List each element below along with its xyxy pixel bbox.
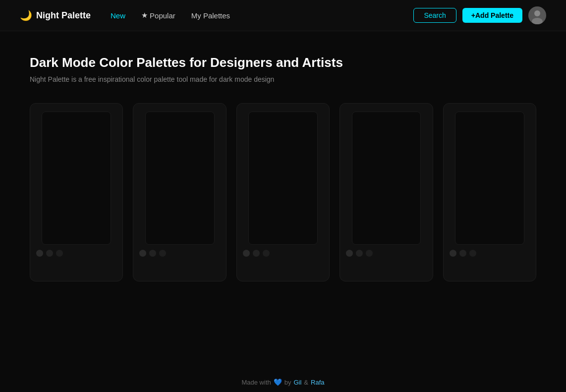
palette-card[interactable] bbox=[133, 103, 226, 281]
app-header: 🌙 Night Palette New ★ Popular My Palette… bbox=[0, 0, 566, 31]
page-footer: Made with 💙 by Gil & Rafa bbox=[0, 372, 566, 392]
color-swatch bbox=[356, 250, 363, 257]
color-swatch bbox=[139, 250, 146, 257]
palette-mockup bbox=[352, 112, 421, 245]
page-title: Dark Mode Color Palettes for Designers a… bbox=[30, 55, 536, 70]
color-swatch bbox=[56, 250, 63, 257]
palette-card-footer bbox=[133, 245, 226, 262]
nav-my-palettes[interactable]: My Palettes bbox=[191, 11, 230, 20]
svg-point-1 bbox=[534, 10, 540, 16]
palette-card-footer bbox=[30, 245, 122, 262]
palettes-grid bbox=[30, 103, 536, 281]
palette-card[interactable] bbox=[30, 103, 123, 281]
color-swatch bbox=[46, 250, 53, 257]
color-swatch bbox=[36, 250, 43, 257]
nav-popular-label: Popular bbox=[150, 11, 175, 20]
palette-mockup bbox=[42, 112, 111, 245]
ampersand-text: & bbox=[304, 379, 308, 386]
color-swatch bbox=[149, 250, 156, 257]
color-swatch bbox=[469, 250, 476, 257]
palette-card[interactable] bbox=[236, 103, 330, 281]
nav-popular[interactable]: ★ Popular bbox=[141, 11, 175, 20]
page-subtitle: Night Palette is a free inspirational co… bbox=[30, 75, 536, 83]
made-with-text: Made with bbox=[241, 379, 271, 386]
main-content: Dark Mode Color Palettes for Designers a… bbox=[0, 31, 566, 301]
user-avatar[interactable] bbox=[528, 6, 546, 24]
palette-card-footer bbox=[444, 245, 536, 262]
palette-card-footer bbox=[237, 245, 329, 262]
author2-link[interactable]: Rafa bbox=[311, 379, 324, 386]
palette-card[interactable] bbox=[443, 103, 536, 281]
heart-icon: 💙 bbox=[274, 378, 282, 386]
moon-icon: 🌙 bbox=[20, 9, 32, 21]
main-nav: New ★ Popular My Palettes bbox=[111, 11, 413, 20]
star-icon: ★ bbox=[141, 11, 148, 20]
author1-link[interactable]: Gil bbox=[293, 379, 301, 386]
nav-new[interactable]: New bbox=[111, 11, 125, 20]
color-swatch bbox=[159, 250, 166, 257]
logo-area: 🌙 Night Palette bbox=[20, 9, 91, 21]
color-swatch bbox=[450, 250, 456, 257]
color-swatch bbox=[346, 250, 353, 257]
search-button[interactable]: Search bbox=[413, 8, 456, 23]
logo-text: Night Palette bbox=[36, 10, 91, 21]
palette-mockup bbox=[248, 112, 318, 245]
palette-mockup bbox=[455, 112, 524, 245]
color-swatch bbox=[263, 250, 270, 257]
palette-card[interactable] bbox=[340, 103, 433, 281]
color-swatch bbox=[243, 250, 250, 257]
add-palette-button[interactable]: +Add Palette bbox=[462, 8, 522, 23]
color-swatch bbox=[459, 250, 466, 257]
color-swatch bbox=[366, 250, 373, 257]
color-swatch bbox=[253, 250, 260, 257]
palette-card-footer bbox=[340, 245, 432, 262]
by-text: by bbox=[284, 379, 291, 386]
palette-mockup bbox=[145, 112, 215, 245]
header-right: Search +Add Palette bbox=[413, 6, 546, 24]
